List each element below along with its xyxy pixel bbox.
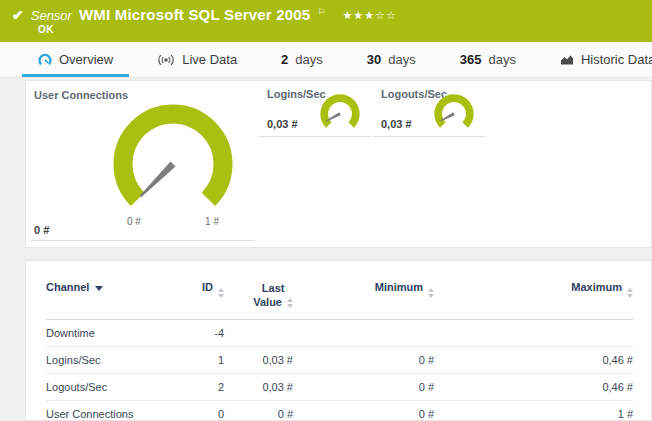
cell-last-value: 0 # bbox=[224, 400, 293, 421]
cell-maximum: 1 # bbox=[434, 400, 633, 421]
tab-30-days[interactable]: 30 days bbox=[351, 42, 432, 77]
column-header-minimum[interactable]: Minimum bbox=[293, 277, 434, 319]
column-label: Channel bbox=[46, 281, 89, 293]
sort-icon bbox=[428, 288, 434, 298]
channel-table: Channel ID Last Value Minimum bbox=[46, 277, 633, 421]
cell-last-value: 0,03 # bbox=[224, 346, 293, 373]
cell-minimum: 0 # bbox=[293, 346, 434, 373]
cell-last-value: 0,03 # bbox=[224, 373, 293, 400]
gauge-min-label: 0 # bbox=[127, 216, 141, 227]
live-data-icon bbox=[157, 54, 175, 66]
tab-2-days-label: days bbox=[295, 52, 322, 67]
tab-365-days[interactable]: 365 days bbox=[444, 42, 532, 77]
logouts-gauge bbox=[433, 93, 475, 130]
column-label: ID bbox=[202, 281, 213, 293]
overview-gauges-panel: User Connections 0 # 1 # 0 # Logins/Sec bbox=[25, 80, 652, 248]
stars-filled: ★★★ bbox=[342, 9, 375, 21]
cell-maximum: 0,46 # bbox=[434, 346, 633, 373]
tab-2-days[interactable]: 2 days bbox=[265, 42, 339, 77]
column-header-channel[interactable]: Channel bbox=[46, 277, 179, 319]
cell-maximum bbox=[434, 319, 633, 346]
cell-minimum bbox=[293, 319, 434, 346]
column-header-id[interactable]: ID bbox=[179, 277, 224, 319]
sort-icon bbox=[627, 288, 633, 298]
tab-historic-data[interactable]: Historic Data bbox=[544, 42, 652, 77]
channel-table-panel: Channel ID Last Value Minimum bbox=[25, 260, 652, 421]
tab-live-data-label: Live Data bbox=[182, 52, 237, 67]
column-label: Maximum bbox=[571, 281, 622, 293]
table-row[interactable]: Logouts/Sec 2 0,03 # 0 # 0,46 # bbox=[46, 373, 633, 400]
cell-maximum: 0,46 # bbox=[434, 373, 633, 400]
tab-30-days-number: 30 bbox=[367, 52, 381, 67]
cell-id: -4 bbox=[179, 319, 224, 346]
gauge-title: Logins/Sec bbox=[267, 88, 326, 100]
tab-bar: Overview Live Data 2 days 30 days 365 da… bbox=[0, 42, 652, 78]
table-row[interactable]: Logins/Sec 1 0,03 # 0 # 0,46 # bbox=[46, 346, 633, 373]
sort-icon bbox=[287, 298, 293, 308]
column-label: Value bbox=[253, 295, 282, 309]
gauge-current-value: 0,03 # bbox=[381, 118, 412, 130]
column-label: Last bbox=[262, 281, 285, 295]
historic-chart-icon bbox=[560, 54, 574, 66]
logins-gauge bbox=[319, 93, 361, 130]
stars-empty: ☆☆ bbox=[375, 9, 397, 21]
prtg-sensor-page: ✔ Sensor WMI Microsoft SQL Server 2005 ⚐… bbox=[0, 0, 652, 421]
tab-2-days-number: 2 bbox=[281, 52, 288, 67]
user-connections-gauge bbox=[111, 102, 235, 212]
gauge-title: User Connections bbox=[34, 89, 128, 101]
gauge-current-value: 0,03 # bbox=[267, 118, 298, 130]
gauge-icon bbox=[38, 53, 52, 67]
cell-id: 0 bbox=[179, 400, 224, 421]
tab-365-days-number: 365 bbox=[460, 52, 482, 67]
table-row[interactable]: User Connections 0 0 # 0 # 1 # bbox=[46, 400, 633, 421]
column-label: Minimum bbox=[375, 281, 423, 293]
cell-last-value bbox=[224, 319, 293, 346]
tab-overview-label: Overview bbox=[59, 52, 113, 67]
table-row[interactable]: Downtime -4 bbox=[46, 319, 633, 346]
sensor-header: ✔ Sensor WMI Microsoft SQL Server 2005 ⚐… bbox=[0, 0, 652, 42]
cell-id: 2 bbox=[179, 373, 224, 400]
tab-historic-data-label: Historic Data bbox=[581, 52, 652, 67]
tab-overview[interactable]: Overview bbox=[22, 42, 129, 77]
object-kind-label: Sensor bbox=[31, 8, 72, 23]
status-check-icon: ✔ bbox=[12, 8, 24, 22]
column-header-last-value[interactable]: Last Value bbox=[224, 277, 293, 319]
priority-stars[interactable]: ★★★☆☆ bbox=[342, 9, 396, 22]
gauge-block-logins: Logins/Sec 0,03 # bbox=[259, 81, 371, 137]
gauge-block-logouts: Logouts/Sec 0,03 # bbox=[373, 81, 485, 137]
table-header-row: Channel ID Last Value Minimum bbox=[46, 277, 633, 319]
sort-caret-icon bbox=[95, 286, 103, 291]
flag-icon[interactable]: ⚐ bbox=[317, 7, 325, 17]
sort-icon bbox=[218, 288, 224, 298]
tab-365-days-label: days bbox=[488, 52, 515, 67]
tab-30-days-label: days bbox=[388, 52, 415, 67]
tab-live-data[interactable]: Live Data bbox=[141, 42, 253, 77]
page-title: WMI Microsoft SQL Server 2005 bbox=[79, 6, 310, 23]
cell-minimum: 0 # bbox=[293, 373, 434, 400]
cell-channel[interactable]: Downtime bbox=[46, 319, 179, 346]
cell-channel[interactable]: Logins/Sec bbox=[46, 346, 179, 373]
gauge-block-user-connections: User Connections 0 # 1 # 0 # bbox=[26, 81, 257, 247]
gauge-scale-labels: 0 # 1 # bbox=[111, 216, 235, 227]
cell-channel[interactable]: Logouts/Sec bbox=[46, 373, 179, 400]
cell-channel[interactable]: User Connections bbox=[46, 400, 179, 421]
cell-id: 1 bbox=[179, 346, 224, 373]
gauge-max-label: 1 # bbox=[205, 216, 219, 227]
cell-minimum: 0 # bbox=[293, 400, 434, 421]
gauge-current-value: 0 # bbox=[34, 224, 49, 236]
gauge-needle bbox=[138, 161, 176, 199]
column-header-maximum[interactable]: Maximum bbox=[434, 277, 633, 319]
status-badge: OK bbox=[0, 23, 652, 35]
